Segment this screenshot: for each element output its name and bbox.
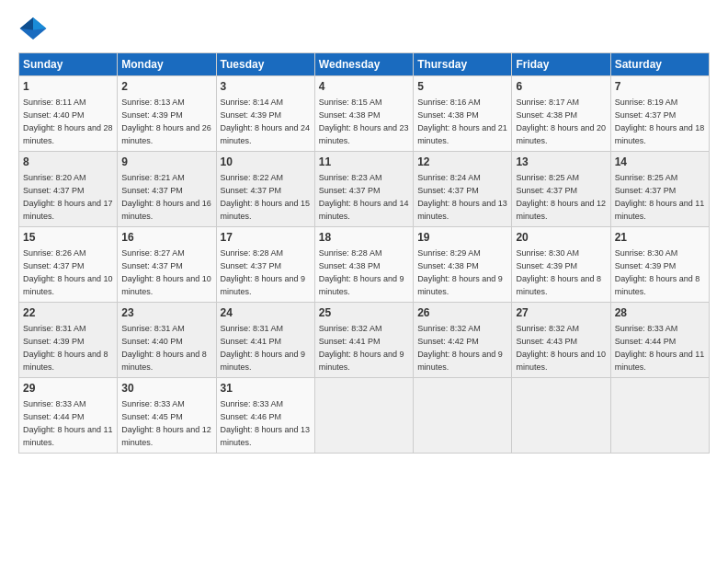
- calendar-cell: 9Sunrise: 8:21 AMSunset: 4:37 PMDaylight…: [118, 152, 216, 227]
- calendar-week-row: 29Sunrise: 8:33 AMSunset: 4:44 PMDayligh…: [19, 378, 710, 454]
- day-number: 10: [221, 155, 311, 170]
- calendar-cell: 16Sunrise: 8:27 AMSunset: 4:37 PMDayligh…: [118, 227, 216, 303]
- calendar-cell: 3Sunrise: 8:14 AMSunset: 4:39 PMDaylight…: [216, 76, 314, 152]
- day-info: Sunrise: 8:33 AMSunset: 4:44 PMDaylight:…: [615, 324, 705, 372]
- day-number: 23: [121, 305, 211, 321]
- day-number: 14: [615, 155, 705, 170]
- calendar-week-row: 1Sunrise: 8:11 AMSunset: 4:40 PMDaylight…: [19, 76, 710, 152]
- day-info: Sunrise: 8:33 AMSunset: 4:44 PMDaylight:…: [23, 399, 113, 447]
- day-info: Sunrise: 8:21 AMSunset: 4:37 PMDaylight:…: [121, 173, 211, 221]
- calendar-header-row: SundayMondayTuesdayWednesdayThursdayFrid…: [19, 53, 710, 76]
- calendar-week-row: 8Sunrise: 8:20 AMSunset: 4:37 PMDaylight…: [19, 152, 710, 227]
- day-number: 17: [221, 230, 311, 246]
- day-info: Sunrise: 8:32 AMSunset: 4:43 PMDaylight:…: [516, 324, 606, 372]
- calendar-cell: 14Sunrise: 8:25 AMSunset: 4:37 PMDayligh…: [610, 152, 709, 227]
- day-number: 2: [121, 79, 211, 95]
- svg-marker-1: [33, 17, 46, 30]
- day-number: 4: [319, 79, 409, 95]
- day-info: Sunrise: 8:13 AMSunset: 4:39 PMDaylight:…: [121, 98, 211, 145]
- day-number: 19: [417, 230, 507, 246]
- calendar-cell: 8Sunrise: 8:20 AMSunset: 4:37 PMDaylight…: [19, 152, 118, 227]
- day-info: Sunrise: 8:20 AMSunset: 4:37 PMDaylight:…: [23, 173, 113, 221]
- calendar-cell: 5Sunrise: 8:16 AMSunset: 4:38 PMDaylight…: [414, 76, 512, 152]
- day-number: 20: [516, 230, 606, 246]
- day-number: 8: [23, 155, 113, 170]
- calendar-cell: 27Sunrise: 8:32 AMSunset: 4:43 PMDayligh…: [512, 303, 610, 378]
- day-info: Sunrise: 8:17 AMSunset: 4:38 PMDaylight:…: [516, 98, 606, 145]
- logo: [18, 14, 51, 43]
- col-header-thursday: Thursday: [414, 53, 512, 76]
- col-header-saturday: Saturday: [610, 53, 709, 76]
- calendar-cell: 4Sunrise: 8:15 AMSunset: 4:38 PMDaylight…: [314, 76, 413, 152]
- day-info: Sunrise: 8:32 AMSunset: 4:41 PMDaylight:…: [319, 324, 404, 372]
- calendar-cell: 31Sunrise: 8:33 AMSunset: 4:46 PMDayligh…: [216, 378, 314, 454]
- day-info: Sunrise: 8:32 AMSunset: 4:42 PMDaylight:…: [417, 324, 503, 372]
- calendar-cell: 20Sunrise: 8:30 AMSunset: 4:39 PMDayligh…: [512, 227, 610, 303]
- page: SundayMondayTuesdayWednesdayThursdayFrid…: [0, 0, 728, 563]
- day-info: Sunrise: 8:19 AMSunset: 4:37 PMDaylight:…: [615, 98, 705, 145]
- day-number: 31: [221, 381, 311, 396]
- col-header-tuesday: Tuesday: [216, 53, 314, 76]
- calendar-cell: [512, 378, 610, 454]
- day-number: 24: [221, 305, 311, 321]
- day-number: 15: [23, 230, 113, 246]
- day-number: 13: [516, 155, 606, 170]
- calendar-cell: [314, 378, 413, 454]
- day-number: 11: [319, 155, 409, 170]
- calendar-cell: 2Sunrise: 8:13 AMSunset: 4:39 PMDaylight…: [118, 76, 216, 152]
- calendar-cell: 13Sunrise: 8:25 AMSunset: 4:37 PMDayligh…: [512, 152, 610, 227]
- calendar-cell: 29Sunrise: 8:33 AMSunset: 4:44 PMDayligh…: [19, 378, 118, 454]
- calendar-week-row: 22Sunrise: 8:31 AMSunset: 4:39 PMDayligh…: [19, 303, 710, 378]
- day-info: Sunrise: 8:14 AMSunset: 4:39 PMDaylight:…: [221, 98, 311, 145]
- calendar-cell: 1Sunrise: 8:11 AMSunset: 4:40 PMDaylight…: [19, 76, 118, 152]
- day-info: Sunrise: 8:31 AMSunset: 4:39 PMDaylight:…: [23, 324, 108, 372]
- col-header-wednesday: Wednesday: [314, 53, 413, 76]
- calendar-cell: 10Sunrise: 8:22 AMSunset: 4:37 PMDayligh…: [216, 152, 314, 227]
- day-info: Sunrise: 8:25 AMSunset: 4:37 PMDaylight:…: [615, 173, 705, 221]
- day-number: 5: [417, 79, 507, 95]
- col-header-sunday: Sunday: [19, 53, 118, 76]
- day-info: Sunrise: 8:15 AMSunset: 4:38 PMDaylight:…: [319, 98, 409, 145]
- day-number: 22: [23, 305, 113, 321]
- day-info: Sunrise: 8:33 AMSunset: 4:45 PMDaylight:…: [121, 399, 211, 447]
- calendar-cell: 17Sunrise: 8:28 AMSunset: 4:37 PMDayligh…: [216, 227, 314, 303]
- day-info: Sunrise: 8:24 AMSunset: 4:37 PMDaylight:…: [417, 173, 507, 221]
- col-header-friday: Friday: [512, 53, 610, 76]
- col-header-monday: Monday: [118, 53, 216, 76]
- day-number: 3: [221, 79, 311, 95]
- day-info: Sunrise: 8:16 AMSunset: 4:38 PMDaylight:…: [417, 98, 507, 145]
- logo-icon: [18, 14, 48, 43]
- day-info: Sunrise: 8:25 AMSunset: 4:37 PMDaylight:…: [516, 173, 606, 221]
- day-number: 12: [417, 155, 507, 170]
- day-info: Sunrise: 8:28 AMSunset: 4:38 PMDaylight:…: [319, 248, 404, 296]
- day-number: 16: [121, 230, 211, 246]
- calendar-cell: 28Sunrise: 8:33 AMSunset: 4:44 PMDayligh…: [610, 303, 709, 378]
- calendar-cell: 21Sunrise: 8:30 AMSunset: 4:39 PMDayligh…: [610, 227, 709, 303]
- calendar-cell: 12Sunrise: 8:24 AMSunset: 4:37 PMDayligh…: [414, 152, 512, 227]
- calendar-cell: 19Sunrise: 8:29 AMSunset: 4:38 PMDayligh…: [414, 227, 512, 303]
- day-info: Sunrise: 8:31 AMSunset: 4:40 PMDaylight:…: [121, 324, 207, 372]
- calendar-table: SundayMondayTuesdayWednesdayThursdayFrid…: [18, 52, 710, 454]
- calendar-cell: 22Sunrise: 8:31 AMSunset: 4:39 PMDayligh…: [19, 303, 118, 378]
- calendar-cell: 23Sunrise: 8:31 AMSunset: 4:40 PMDayligh…: [118, 303, 216, 378]
- day-number: 26: [417, 305, 507, 321]
- day-info: Sunrise: 8:22 AMSunset: 4:37 PMDaylight:…: [221, 173, 311, 221]
- day-info: Sunrise: 8:31 AMSunset: 4:41 PMDaylight:…: [221, 324, 306, 372]
- day-number: 7: [615, 79, 705, 95]
- day-number: 28: [615, 305, 705, 321]
- day-info: Sunrise: 8:30 AMSunset: 4:39 PMDaylight:…: [615, 248, 700, 296]
- day-number: 18: [319, 230, 409, 246]
- calendar-cell: 15Sunrise: 8:26 AMSunset: 4:37 PMDayligh…: [19, 227, 118, 303]
- day-info: Sunrise: 8:33 AMSunset: 4:46 PMDaylight:…: [221, 399, 311, 447]
- calendar-cell: [414, 378, 512, 454]
- day-number: 1: [23, 79, 113, 95]
- day-info: Sunrise: 8:29 AMSunset: 4:38 PMDaylight:…: [417, 248, 503, 296]
- calendar-cell: 18Sunrise: 8:28 AMSunset: 4:38 PMDayligh…: [314, 227, 413, 303]
- day-number: 30: [121, 381, 211, 396]
- day-number: 21: [615, 230, 705, 246]
- svg-marker-2: [20, 17, 33, 30]
- calendar-cell: 30Sunrise: 8:33 AMSunset: 4:45 PMDayligh…: [118, 378, 216, 454]
- calendar-cell: 11Sunrise: 8:23 AMSunset: 4:37 PMDayligh…: [314, 152, 413, 227]
- day-number: 25: [319, 305, 409, 321]
- day-number: 9: [121, 155, 211, 170]
